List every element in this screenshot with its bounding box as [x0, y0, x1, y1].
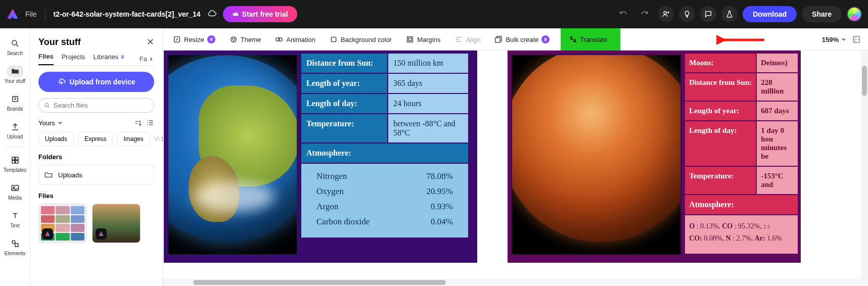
rail-brands[interactable]: Brands [1, 89, 29, 116]
your-stuff-panel: Your stuff ✕ Files Projects Libraries ♛ … [30, 28, 163, 286]
text-icon [11, 211, 20, 220]
rail-elements[interactable]: Elements [1, 233, 29, 260]
chevron-right-icon [148, 56, 154, 62]
table-row: Temperature:-153°C and [685, 167, 798, 194]
brand-icon [11, 94, 20, 104]
tab-files[interactable]: Files [38, 53, 54, 65]
table-row: Oxygen20.95% [307, 184, 462, 199]
mars-image[interactable] [511, 54, 682, 256]
theme-button[interactable]: Theme [226, 33, 264, 45]
invite-button[interactable] [658, 6, 674, 22]
margins-icon [406, 35, 414, 43]
redo-button[interactable] [636, 6, 653, 22]
table-row: Length of day:1 day 0 hou minutes be [685, 121, 798, 166]
atmosphere-header: Atmosphere: [685, 195, 798, 214]
file-thumb-2[interactable] [92, 204, 141, 243]
upload-icon [11, 122, 20, 131]
table-row: Argon0.93% [307, 199, 462, 214]
topbar-right: Download Share [615, 6, 862, 22]
crown-icon: ♛ [120, 54, 125, 60]
folder-uploads[interactable]: Uploads [38, 165, 154, 185]
rail-media[interactable]: Media [1, 178, 29, 205]
svg-point-0 [664, 12, 666, 14]
mars-atmo-body: O : 0.13%, CO : 95.32%, 2 2 CO: 0.08%, N… [685, 215, 798, 254]
chip-uploads[interactable]: Uploads [38, 132, 74, 146]
comment-button[interactable] [700, 6, 716, 22]
bulk-create-button[interactable]: Bulk create ♛ [491, 33, 553, 45]
tab-libraries[interactable]: Libraries ♛ [94, 53, 125, 65]
crown-icon: ♛ [207, 35, 215, 43]
translate-highlight: Translate [561, 28, 620, 51]
zoom-dropdown[interactable]: 159% [822, 36, 847, 43]
svg-rect-6 [15, 161, 18, 163]
translate-button[interactable]: Translate [566, 33, 610, 45]
rail-templates[interactable]: Templates [1, 150, 29, 177]
animation-button[interactable]: Animation [272, 33, 318, 45]
rail-your-stuff[interactable]: Your stuff [1, 61, 29, 88]
beta-button[interactable] [721, 6, 738, 22]
margins-button[interactable]: Margins [403, 33, 443, 45]
earth-image[interactable] [167, 54, 298, 256]
folder-icon [11, 67, 20, 76]
close-panel-button[interactable]: ✕ [147, 36, 154, 47]
vertical-scrollbar[interactable] [861, 51, 868, 286]
files-label: Files [38, 192, 154, 200]
svg-rect-5 [12, 161, 15, 163]
bulk-icon [494, 35, 502, 43]
tab-projects[interactable]: Projects [62, 53, 85, 65]
file-menu[interactable]: File [25, 10, 37, 18]
folders-label: Folders [38, 153, 154, 161]
sort-icon[interactable] [134, 119, 142, 127]
canvas-stage[interactable]: Distance from Sun:150 million km Length … [163, 51, 868, 286]
translate-icon [569, 35, 577, 43]
chip-express[interactable]: Express [78, 132, 113, 146]
search-files-input[interactable] [54, 102, 149, 109]
document-title[interactable]: t2-or-642-solar-system-fact-cards[2]_ver… [54, 10, 201, 18]
canvas-toolbar: Resize ♛ Theme Animation Background colo… [163, 28, 868, 51]
chip-images[interactable]: Images [117, 132, 150, 146]
start-free-trial-button[interactable]: Start free trial [223, 6, 297, 22]
list-view-icon[interactable] [146, 119, 154, 127]
user-avatar[interactable] [847, 7, 862, 22]
undo-button[interactable] [615, 6, 631, 22]
table-row: Moons:Deimos) [685, 54, 798, 72]
rail-text[interactable]: Text [1, 206, 29, 232]
align-button: Align [451, 33, 483, 45]
earth-fact-table[interactable]: Distance from Sun:150 million km Length … [301, 54, 468, 256]
svg-point-1 [12, 40, 17, 45]
chevron-down-icon [57, 120, 63, 126]
yours-dropdown[interactable]: Yours [38, 119, 63, 127]
horizontal-scrollbar[interactable] [163, 279, 861, 286]
resize-button[interactable]: Resize ♛ [170, 33, 218, 45]
redo-icon [640, 10, 649, 19]
table-row: Length of day:24 hours [301, 94, 468, 113]
svg-rect-21 [409, 38, 412, 40]
person-plus-icon [662, 10, 670, 18]
tabs-more[interactable]: Fa [140, 53, 154, 65]
rail-divider [6, 147, 24, 147]
rail-search[interactable]: Search [1, 33, 29, 60]
share-button[interactable]: Share [802, 6, 842, 22]
table-row: Distance from Sun:150 million km [301, 54, 468, 73]
cloud-upload-icon [58, 78, 66, 86]
align-icon [454, 35, 463, 43]
svg-rect-4 [15, 157, 18, 160]
help-button[interactable] [679, 6, 695, 22]
file-thumb-1[interactable] [38, 204, 87, 243]
canvas-page-earth[interactable]: Distance from Sun:150 million km Length … [163, 51, 477, 286]
flask-icon [725, 10, 734, 18]
background-color-button[interactable]: Background color [327, 33, 395, 45]
search-files[interactable] [38, 98, 154, 113]
file-thumbs [38, 204, 154, 243]
upload-from-device-button[interactable]: Upload from device [38, 72, 154, 92]
canvas-page-mars[interactable]: Moons:Deimos) Distance from Sun:228 mill… [508, 51, 801, 286]
mars-fact-table[interactable]: Moons:Deimos) Distance from Sun:228 mill… [685, 54, 798, 256]
svg-point-16 [233, 40, 234, 40]
filter-chips: Uploads Express Images Vi [38, 132, 154, 146]
download-button[interactable]: Download [743, 6, 797, 22]
app-logo [6, 8, 19, 21]
crown-icon: ♛ [541, 35, 550, 43]
fit-view-icon[interactable] [852, 35, 861, 44]
topbar: File t2-or-642-solar-system-fact-cards[2… [0, 0, 868, 28]
rail-upload[interactable]: Upload [1, 117, 29, 144]
